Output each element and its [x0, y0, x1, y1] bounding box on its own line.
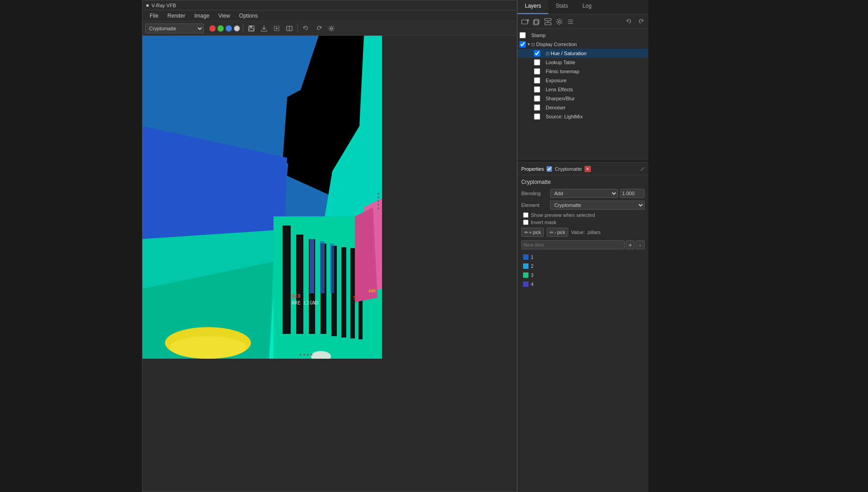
- svg-point-47: [377, 204, 379, 206]
- menu-file[interactable]: File: [145, 12, 163, 20]
- color-item-3[interactable]: 3: [523, 271, 643, 279]
- stamp-checkbox[interactable]: [519, 32, 526, 38]
- svg-point-49: [300, 354, 302, 356]
- title-bar: ■ V-Ray VFB: [142, 0, 517, 10]
- panel-divider[interactable]: · · · · · · · · · · · ·: [518, 159, 648, 163]
- svg-point-20: [184, 330, 191, 337]
- display-correction-checkbox[interactable]: [519, 41, 526, 47]
- layer-item-source-lightmix[interactable]: Source: LightMix: [518, 112, 648, 121]
- layer-item-filmic[interactable]: Filmic tonemap: [518, 67, 648, 76]
- denoiser-checkbox[interactable]: [534, 104, 540, 111]
- svg-point-6: [330, 28, 332, 29]
- main-toolbar: Cryptomatte RGB Alpha Beauty: [142, 21, 517, 36]
- show-preview-label: Show preview when selected: [531, 212, 595, 218]
- viewport[interactable]: SIO ARE LIGNO TC 446 E: [142, 36, 382, 359]
- lightmix-label: Source: LightMix: [546, 114, 583, 119]
- compare-button[interactable]: [284, 23, 295, 34]
- tab-layers[interactable]: Layers: [518, 0, 548, 14]
- show-preview-checkbox[interactable]: [523, 212, 528, 218]
- layer-item-denoiser[interactable]: Denoiser: [518, 103, 648, 112]
- layer-item-stamp[interactable]: Stamp: [518, 31, 648, 40]
- blending-amount[interactable]: [620, 189, 645, 198]
- menu-bar: File Render Image View Options: [142, 10, 517, 21]
- color-item-2[interactable]: 2: [523, 262, 643, 270]
- svg-rect-35: [320, 241, 325, 293]
- lookup-checkbox[interactable]: [534, 59, 540, 66]
- divider-dots: · · · · · · · · · · · ·: [561, 159, 605, 163]
- stamp-label: Stamp: [531, 33, 546, 38]
- add-item-button[interactable]: +: [626, 240, 635, 249]
- color-swatch-1: [523, 254, 528, 260]
- expand-properties-button[interactable]: ⤢: [640, 166, 645, 172]
- lens-label: Lens Effects: [546, 87, 573, 92]
- settings-button[interactable]: [326, 23, 337, 34]
- region-button[interactable]: [271, 23, 282, 34]
- svg-point-45: [377, 197, 379, 198]
- filmic-checkbox[interactable]: [534, 68, 540, 75]
- tab-stats[interactable]: Stats: [548, 0, 575, 14]
- pick-minus-button[interactable]: ✏ - pick: [547, 228, 568, 237]
- layer-item-exposure[interactable]: Exposure: [518, 76, 648, 85]
- exposure-checkbox[interactable]: [534, 77, 540, 84]
- pick-plus-button[interactable]: ✏ + pick: [521, 228, 544, 237]
- cryptomatte-prop-tab[interactable]: Cryptomatte: [555, 166, 582, 172]
- layer-dropdown[interactable]: Cryptomatte RGB Alpha Beauty: [145, 23, 204, 33]
- app-title: V-Ray VFB: [151, 3, 176, 8]
- add-layer-button[interactable]: [520, 17, 530, 27]
- layer-settings-button[interactable]: [554, 17, 564, 27]
- sharpen-label: Sharpen/Blur: [546, 96, 575, 101]
- layer-item-display-correction[interactable]: ▼ ⊡ Display Correction: [518, 40, 648, 49]
- element-select[interactable]: Cryptomatte CryptomatteMtl CryptoMatteAs…: [550, 201, 645, 210]
- save-button[interactable]: [246, 23, 257, 34]
- layer-item-hue-saturation[interactable]: ⊡ Hue / Saturation: [518, 49, 648, 58]
- hue-saturation-checkbox[interactable]: [534, 50, 540, 56]
- list-view-button[interactable]: [566, 17, 576, 27]
- layer-item-lookup-table[interactable]: Lookup Table: [518, 58, 648, 67]
- remove-item-button[interactable]: -: [636, 240, 645, 249]
- color-item-label-2: 2: [531, 263, 533, 269]
- lens-checkbox[interactable]: [534, 86, 540, 93]
- tab-log[interactable]: Log: [575, 0, 599, 14]
- color-item-1[interactable]: 1: [523, 253, 643, 261]
- svg-text:TC: TC: [353, 295, 359, 301]
- svg-text:ARE LIGNO: ARE LIGNO: [292, 300, 319, 306]
- value-text: pillars: [588, 230, 601, 235]
- merge-layers-button[interactable]: [543, 17, 553, 27]
- hue-saturation-label: Hue / Saturation: [551, 51, 587, 56]
- menu-options[interactable]: Options: [235, 12, 262, 20]
- svg-rect-34: [310, 239, 314, 293]
- export-button[interactable]: [259, 23, 269, 34]
- value-label: Value:: [571, 230, 585, 235]
- duplicate-layer-button[interactable]: [532, 17, 542, 27]
- properties-tab[interactable]: Properties: [521, 166, 544, 172]
- svg-text:SIO: SIO: [292, 293, 301, 299]
- menu-render[interactable]: Render: [163, 12, 189, 20]
- show-preview-row: Show preview when selected: [521, 212, 645, 218]
- sharpen-checkbox[interactable]: [534, 95, 540, 102]
- color-item-4[interactable]: 4: [523, 280, 643, 288]
- white-indicator[interactable]: [234, 25, 240, 32]
- blue-indicator[interactable]: [226, 25, 232, 32]
- layer-item-sharpen-blur[interactable]: Sharpen/Blur: [518, 94, 648, 103]
- right-panel: Layers Stats Log: [517, 0, 648, 492]
- green-indicator[interactable]: [217, 25, 224, 32]
- svg-point-51: [307, 354, 309, 356]
- new-item-input[interactable]: [521, 240, 625, 249]
- menu-view[interactable]: View: [214, 12, 235, 20]
- layer-undo-button[interactable]: [624, 17, 634, 27]
- close-badge[interactable]: ✕: [585, 166, 591, 172]
- layer-redo-button[interactable]: [636, 17, 646, 27]
- properties-check[interactable]: [547, 166, 552, 172]
- svg-point-52: [311, 354, 312, 356]
- undo-button[interactable]: [301, 23, 311, 34]
- svg-point-48: [377, 207, 379, 209]
- menu-image[interactable]: Image: [190, 12, 214, 20]
- new-item-row: + -: [521, 240, 645, 249]
- layer-list: Stamp ▼ ⊡ Display Correction ⊡ Hue / Sat…: [518, 29, 648, 123]
- invert-mask-checkbox[interactable]: [523, 220, 528, 225]
- layer-item-lens-effects[interactable]: Lens Effects: [518, 85, 648, 94]
- blending-select[interactable]: Add Normal Multiply Screen: [550, 189, 618, 198]
- lightmix-checkbox[interactable]: [534, 113, 540, 120]
- redo-button[interactable]: [313, 23, 324, 34]
- red-indicator[interactable]: [209, 25, 216, 32]
